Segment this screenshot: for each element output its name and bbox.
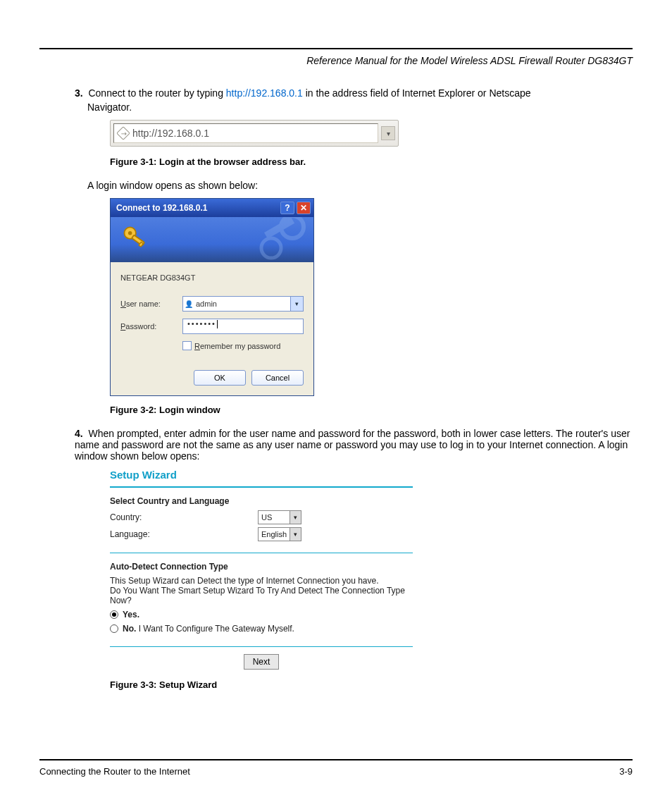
autodetect-desc1: This Setup Wizard can Detect the type of… (110, 576, 413, 586)
divider (110, 646, 413, 647)
dialog-title-text: Connect to 192.168.0.1 (116, 203, 207, 213)
autodetect-desc2: Do You Want The Smart Setup Wizard To Tr… (110, 586, 413, 605)
link-icon: ↘ (116, 126, 130, 140)
login-dialog: Connect to 192.168.0.1 ? ✕ (110, 198, 314, 396)
language-label: Language: (110, 529, 258, 539)
remember-label: Remember my password (194, 342, 280, 350)
step3-num: 3. (75, 87, 83, 99)
cancel-button[interactable]: Cancel (251, 370, 304, 386)
figure-3-3-caption: Figure 3-3: Setup Wizard (110, 679, 633, 690)
step4-text: 4. When prompted, enter admin for the us… (75, 428, 633, 462)
address-input[interactable]: ↘ http://192.168.0.1 (113, 123, 378, 143)
chevron-down-icon[interactable]: ▾ (290, 297, 303, 311)
setup-wizard-panel: Setup Wizard Select Country and Language… (110, 469, 413, 670)
section-country-language: Select Country and Language (110, 496, 413, 506)
figure-3-1-caption: Figure 3-1: Login at the browser address… (110, 156, 633, 167)
dialog-banner (111, 217, 313, 262)
login-prompt-text: A login window opens as shown below: (87, 180, 633, 191)
remember-checkbox[interactable] (182, 341, 192, 350)
password-label: Password: (120, 322, 182, 331)
realm-text: NETGEAR DG834GT (120, 273, 304, 282)
footer-page: 3-9 (619, 766, 633, 777)
username-label: User name: (120, 300, 182, 308)
username-combobox[interactable]: 👤 admin ▾ (182, 296, 304, 312)
radio-no[interactable] (110, 624, 118, 633)
ok-button[interactable]: OK (194, 370, 246, 386)
close-icon[interactable]: ✕ (297, 202, 311, 214)
radio-yes-label: Yes. (123, 610, 139, 620)
section-autodetect: Auto-Detect Connection Type (110, 562, 413, 572)
step4-body: When prompted, enter admin for the user … (75, 428, 630, 462)
language-select[interactable]: English ▾ (258, 527, 301, 541)
radio-no-label: No. I Want To Configure The Gateway Myse… (123, 624, 294, 634)
language-value: English (259, 530, 290, 538)
step3-line1: 3. Connect to the router by typing http:… (75, 87, 633, 99)
browser-address-bar: ↘ http://192.168.0.1 ▾ (110, 120, 399, 147)
footer-left: Connecting the Router to the Internet (39, 766, 190, 777)
step3-b: in the address field of Internet Explore… (306, 87, 531, 99)
step3-line2: Navigator. (87, 101, 633, 113)
banner-bg-keys-icon (236, 217, 313, 262)
country-select[interactable]: US ▾ (258, 510, 301, 524)
address-text: http://192.168.0.1 (132, 128, 209, 139)
help-icon[interactable]: ? (280, 202, 294, 214)
divider (110, 553, 413, 553)
svg-rect-5 (264, 217, 294, 239)
top-rule (39, 48, 633, 49)
svg-point-1 (128, 231, 132, 235)
step4-num: 4. (75, 428, 83, 439)
divider (110, 486, 413, 488)
dialog-titlebar: Connect to 192.168.0.1 ? ✕ (111, 199, 313, 217)
doc-header: Reference Manual for the Model Wireless … (39, 55, 633, 66)
username-value: admin (194, 300, 290, 308)
figure-3-2-caption: Figure 3-2: Login window (110, 405, 633, 415)
keys-icon (119, 223, 151, 254)
user-icon: 👤 (183, 300, 194, 308)
address-dropdown-icon[interactable]: ▾ (381, 126, 395, 140)
country-value: US (259, 513, 290, 522)
radio-yes[interactable] (110, 610, 118, 619)
bottom-rule (39, 759, 633, 760)
router-url-text: http://192.168.0.1 (226, 87, 303, 99)
svg-point-6 (261, 238, 281, 258)
wizard-title: Setup Wizard (110, 469, 413, 481)
next-button[interactable]: Next (244, 654, 280, 670)
step3-a: Connect to the router by typing (88, 87, 225, 99)
password-input[interactable]: ••••••• (182, 319, 304, 334)
chevron-down-icon[interactable]: ▾ (290, 511, 301, 524)
chevron-down-icon[interactable]: ▾ (290, 528, 301, 541)
country-label: Country: (110, 512, 258, 522)
